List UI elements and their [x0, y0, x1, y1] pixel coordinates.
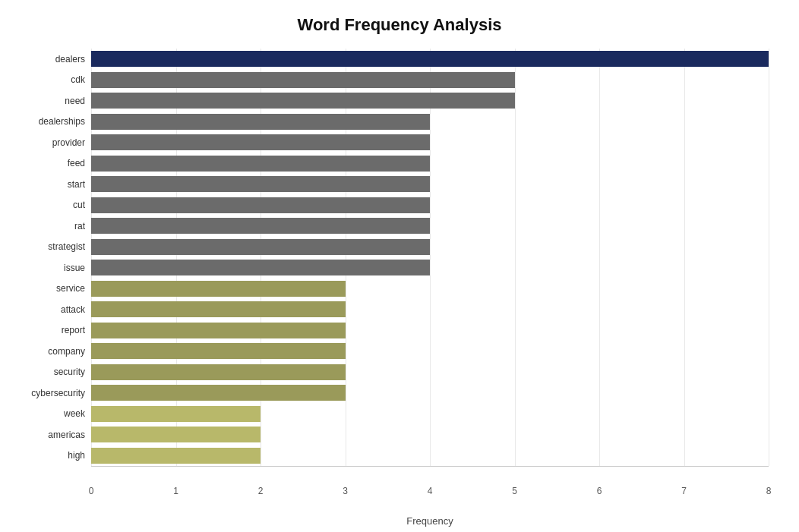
- x-tick: 6: [597, 486, 602, 496]
- bar-row: company: [91, 341, 769, 362]
- bar-label: attack: [61, 304, 85, 315]
- bar-row: feed: [91, 153, 769, 175]
- bar-row: provider: [91, 132, 769, 153]
- bar: [91, 323, 346, 338]
- bar: [91, 218, 430, 234]
- bars-layer: dealerscdkneeddealershipsproviderfeedsta…: [91, 49, 769, 466]
- x-tick: 8: [766, 486, 772, 496]
- bar-label: strategist: [48, 241, 85, 252]
- bar: [91, 427, 261, 442]
- x-tick: 5: [512, 486, 517, 496]
- bar: [91, 364, 346, 380]
- bar: [91, 51, 769, 67]
- bar-label: week: [64, 408, 85, 419]
- bar-label: dealerships: [39, 116, 85, 127]
- bar-label: report: [62, 325, 85, 335]
- bar-row: dealerships: [91, 112, 769, 133]
- bar-row: americas: [91, 424, 769, 445]
- bar-row: need: [91, 90, 769, 112]
- bar: [91, 176, 430, 192]
- bar-label: rat: [74, 221, 85, 231]
- bar-row: report: [91, 320, 769, 342]
- bar-row: attack: [91, 299, 769, 320]
- x-tick: 2: [258, 486, 264, 496]
- bar-row: start: [91, 174, 769, 195]
- bar-label: security: [54, 367, 85, 377]
- bar-label: company: [48, 346, 85, 357]
- bar-label: cdk: [71, 74, 85, 85]
- bar-row: week: [91, 404, 769, 425]
- bar-label: service: [56, 283, 85, 294]
- bar: [91, 93, 515, 109]
- x-tick: 1: [173, 486, 178, 496]
- bar-label: need: [65, 96, 85, 106]
- bar-row: issue: [91, 257, 769, 279]
- bar: [91, 134, 430, 150]
- chart-container: Word Frequency Analysis dealerscdkneedde…: [0, 0, 799, 532]
- bar: [91, 197, 430, 213]
- bar-label: cut: [73, 200, 85, 210]
- bar-label: feed: [68, 158, 85, 168]
- bar-row: cdk: [91, 70, 769, 91]
- bar: [91, 156, 430, 172]
- bar: [91, 72, 515, 88]
- bar-row: cut: [91, 195, 769, 216]
- bar-label: start: [68, 179, 85, 190]
- x-tick: 3: [343, 486, 348, 496]
- bar-label: dealers: [55, 54, 85, 65]
- chart-area: dealerscdkneeddealershipsproviderfeedsta…: [91, 49, 769, 496]
- bar: [91, 301, 346, 317]
- bar-row: service: [91, 279, 769, 300]
- bar: [91, 448, 261, 464]
- bar-row: strategist: [91, 237, 769, 258]
- bar: [91, 385, 346, 401]
- bar: [91, 281, 346, 297]
- bar-label: cybersecurity: [31, 388, 85, 398]
- x-tick: 0: [89, 486, 94, 496]
- bar-label: provider: [52, 137, 85, 148]
- bar-label: high: [68, 450, 85, 461]
- bar: [91, 343, 346, 359]
- bar-row: security: [91, 362, 769, 383]
- x-tick: 7: [681, 486, 687, 496]
- bar: [91, 114, 430, 130]
- bar-row: cybersecurity: [91, 382, 769, 404]
- x-axis-label: Frequency: [406, 515, 453, 527]
- bar-label: americas: [48, 430, 85, 440]
- bar: [91, 239, 430, 255]
- chart-title: Word Frequency Analysis: [30, 15, 769, 35]
- bar: [91, 260, 430, 275]
- bar-row: high: [91, 445, 769, 467]
- bar-row: dealers: [91, 49, 769, 70]
- x-axis: Frequency 012345678: [91, 466, 769, 496]
- bar: [91, 406, 261, 422]
- bar-row: rat: [91, 216, 769, 237]
- grid-line: [769, 49, 769, 466]
- bar-label: issue: [64, 263, 85, 273]
- x-tick: 4: [428, 486, 433, 496]
